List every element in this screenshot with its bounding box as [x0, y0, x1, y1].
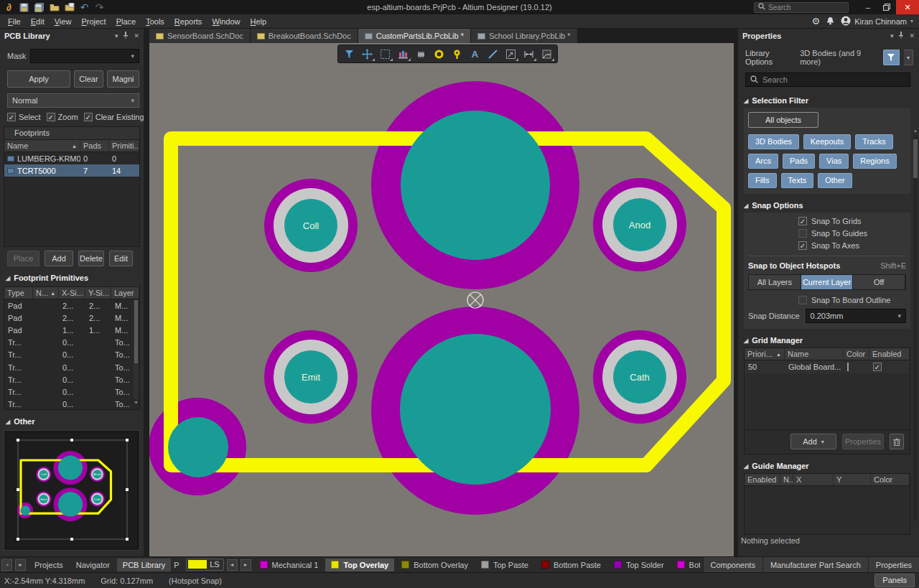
panels-button[interactable]: Panels	[874, 574, 915, 587]
object-filter-button[interactable]	[883, 50, 900, 65]
bottom-tab-manufacturer-part-search[interactable]: Manufacturer Part Search	[762, 557, 868, 572]
column-enabled[interactable]: Enabled	[869, 348, 910, 360]
column-pads[interactable]: Pads	[80, 140, 109, 151]
menu-project[interactable]: Project	[76, 16, 111, 27]
footprint-primitives-section[interactable]: ◢Footprint Primitives	[0, 274, 144, 282]
filter-fills[interactable]: Fills	[748, 173, 777, 188]
menu-window[interactable]: Window	[207, 16, 245, 27]
polygon-tool-icon[interactable]	[538, 46, 555, 62]
filter-keepouts[interactable]: Keepouts	[803, 134, 851, 149]
column-grid-name[interactable]: Name	[785, 348, 844, 360]
column-placement-tool-icon[interactable]	[394, 46, 411, 62]
bottom-tab-components[interactable]: Components	[703, 557, 762, 572]
grid-row-global-board[interactable]: 50Global Board...	[745, 360, 910, 373]
filter-arcs[interactable]: Arcs	[748, 154, 778, 169]
primitive-row[interactable]: Tr...0...To...	[4, 373, 139, 386]
save-all-icon[interactable]	[34, 2, 45, 13]
menu-tools[interactable]: Tools	[141, 16, 169, 27]
panel-menu-caret-icon[interactable]: ▾	[115, 32, 118, 39]
menu-reports[interactable]: Reports	[169, 16, 207, 27]
layer-tab-top-overlay[interactable]: Top Overlay	[325, 559, 394, 571]
primitives-scrollbar[interactable]	[134, 300, 139, 399]
pad-tool-icon[interactable]	[430, 46, 447, 62]
menu-edit[interactable]: Edit	[26, 16, 50, 27]
global-search-input[interactable]	[768, 4, 840, 11]
settings-gear-icon[interactable]: ⚙	[812, 16, 821, 27]
column-color[interactable]: Color	[844, 348, 869, 360]
checkbox-select[interactable]	[7, 113, 16, 121]
filter-tracks[interactable]: Tracks	[855, 134, 893, 149]
column-n[interactable]: N...▲	[33, 287, 59, 299]
column-ysize[interactable]: Y-Si...	[85, 287, 111, 299]
checkbox-zoom[interactable]	[47, 113, 55, 121]
close-panel-icon[interactable]: ✕	[134, 32, 139, 39]
scroll-up-icon[interactable]: ▲	[913, 128, 918, 134]
tab-custompartslib-pcblib[interactable]: CustomPartsLib.PcbLib *	[358, 29, 471, 43]
primitive-row[interactable]: Tr...0...To...	[4, 361, 139, 373]
menu-file[interactable]: File	[3, 16, 26, 27]
panel-menu-caret-icon[interactable]: ▾	[890, 32, 894, 39]
tab-breakoutboard-schdoc[interactable]: BreakoutBoard.SchDoc	[251, 29, 358, 43]
column-x[interactable]: X	[793, 474, 834, 485]
component-tool-icon[interactable]	[412, 46, 429, 62]
primitive-row[interactable]: Tr...0...To...	[4, 386, 139, 398]
footprint-row-lumberg-krm08[interactable]: LUMBERG-KRM0800	[4, 152, 139, 164]
user-account[interactable]: Kiran Chinnam ▾	[841, 16, 913, 27]
panel-splitter[interactable]	[144, 43, 149, 556]
open-document-icon[interactable]	[64, 2, 75, 13]
guide-manager-section[interactable]: ◢Guide Manager	[738, 462, 919, 470]
move-tool-icon[interactable]	[358, 46, 375, 62]
mode-dropdown[interactable]: Normal▾	[7, 93, 139, 108]
properties-scrollbar[interactable]	[913, 135, 918, 521]
delete-button[interactable]: Delete	[78, 251, 104, 266]
filter-vias[interactable]: Vias	[819, 154, 849, 169]
line-tool-icon[interactable]	[484, 46, 501, 62]
scroll-layers-left-icon[interactable]: ◂	[227, 559, 238, 571]
clear-button[interactable]: Clear	[74, 70, 103, 88]
tab-sensorboard-schdoc[interactable]: SensorBoard.SchDoc	[149, 29, 251, 43]
menu-help[interactable]: Help	[246, 16, 272, 27]
scroll-down-icon[interactable]: ▼	[134, 400, 139, 409]
selection-box-tool-icon[interactable]	[376, 46, 393, 62]
layer-tab-mechanical-1[interactable]: Mechanical 1	[254, 559, 325, 571]
snap-options-section[interactable]: ◢Snap Options	[738, 201, 919, 210]
checkbox-clear-existing[interactable]	[84, 113, 93, 121]
selection-filter-section[interactable]: ◢Selection Filter	[738, 96, 919, 105]
scroll-layers-right-icon[interactable]: ▸	[241, 559, 251, 571]
properties-search-input[interactable]	[762, 75, 885, 84]
column-color[interactable]: Color	[871, 474, 910, 485]
apply-button[interactable]: Apply	[7, 70, 70, 88]
pin-icon[interactable]	[123, 32, 129, 40]
via-tool-icon[interactable]	[448, 46, 465, 62]
route-tool-icon[interactable]	[502, 46, 519, 62]
grid-manager-section[interactable]: ◢Grid Manager	[738, 336, 919, 345]
board-outline-checkbox[interactable]	[798, 296, 807, 304]
panel-tab-projects[interactable]: Projects	[29, 559, 69, 571]
open-folder-icon[interactable]	[49, 2, 60, 13]
notifications-bell-icon[interactable]	[826, 17, 834, 27]
filter-other[interactable]: Other	[818, 173, 852, 188]
delete-grid-icon[interactable]	[890, 434, 904, 449]
checkbox-snap-to-axes[interactable]	[798, 241, 807, 250]
primitive-row[interactable]: Tr...0...To...	[4, 398, 139, 411]
layer-tab-top-paste[interactable]: Top Paste	[475, 559, 534, 571]
column-name[interactable]: Name▲	[4, 140, 80, 151]
panel-tab-navigator[interactable]: Navigator	[70, 559, 116, 571]
column-y[interactable]: Y	[834, 474, 871, 485]
primitive-row[interactable]: Pad1...1...M...	[4, 324, 139, 336]
panel-tab-pcb-library[interactable]: PCB Library	[117, 559, 171, 571]
column-layer[interactable]: Layer	[111, 287, 139, 299]
close-button[interactable]: ✕	[896, 0, 919, 14]
restore-button[interactable]	[877, 0, 896, 14]
bottom-tab-properties[interactable]: Properties	[868, 557, 919, 572]
layer-tab-bottom-solder[interactable]: Bottom Solder	[671, 559, 700, 571]
undo-icon[interactable]: ↶	[79, 2, 90, 13]
mask-dropdown[interactable]: ▾	[30, 49, 139, 63]
column-primitives[interactable]: Primiti...	[109, 140, 139, 151]
panel-tab-p[interactable]: P	[172, 559, 183, 571]
layer-set-chip[interactable]: LS	[186, 559, 223, 571]
save-icon[interactable]	[19, 2, 29, 13]
add-grid-button[interactable]: Add▾	[790, 434, 836, 449]
redo-icon[interactable]: ↷	[94, 2, 105, 13]
magnify-button[interactable]: Magni	[107, 70, 139, 88]
